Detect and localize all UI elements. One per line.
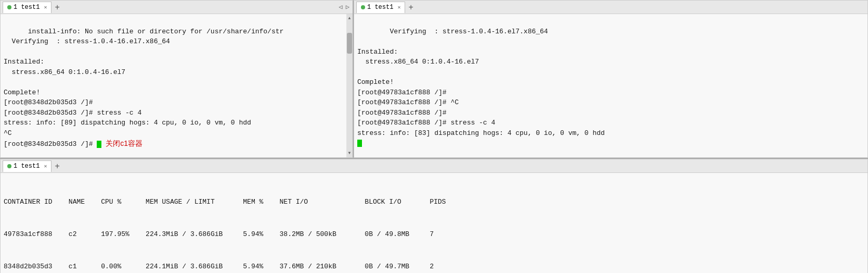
left-nav-next[interactable]: ▷ <box>345 3 351 11</box>
left-tab-bar: 1 test1 ✕ + ◁ ▷ <box>1 1 353 14</box>
row1-cpu: 197.95% <box>101 230 146 238</box>
row2-pids: 2 <box>430 263 434 270</box>
left-tab-label: 1 test1 <box>14 4 40 11</box>
right-tab-label: 1 test1 <box>367 4 393 11</box>
row1-net-io: 38.2MB / 500kB <box>280 230 365 238</box>
bottom-terminal-pane: 1 test1 ✕ + CONTAINER ID NAME CPU % MEM … <box>0 159 868 273</box>
right-lines: Verifying : stress-1.0.4-16.el7.x86_64 I… <box>357 28 605 137</box>
bottom-tab[interactable]: 1 test1 ✕ <box>3 160 51 172</box>
left-line-1: install-info: No such file or directory … <box>4 28 283 148</box>
right-tab-add[interactable]: + <box>406 3 415 12</box>
row2-name: c1 <box>69 263 101 270</box>
bottom-terminal-content[interactable]: CONTAINER ID NAME CPU % MEM USAGE / LIMI… <box>1 173 867 273</box>
left-annotation: 关闭c1容器 <box>106 139 142 147</box>
row1-container-id: 49783a1cf888 <box>4 230 69 238</box>
right-tab-dot <box>361 5 365 9</box>
row2-mem-pct: 5.94% <box>243 263 279 270</box>
row2-mem-usage: 224.1MiB / 3.686GiB <box>146 263 243 270</box>
right-tab-close[interactable]: ✕ <box>397 4 400 10</box>
row1-pids: 7 <box>430 230 434 238</box>
bottom-tab-close[interactable]: ✕ <box>44 163 47 169</box>
right-cursor <box>357 140 362 147</box>
col-pids: PIDS <box>430 198 446 206</box>
bottom-tab-bar: 1 test1 ✕ + <box>1 159 867 173</box>
col-cpu: CPU % <box>101 198 146 206</box>
left-tab-add[interactable]: + <box>53 3 61 12</box>
row2-cpu: 0.00% <box>101 263 146 270</box>
col-block-io: BLOCK I/O <box>365 198 430 206</box>
row1-mem-usage: 224.3MiB / 3.686GiB <box>146 230 243 238</box>
col-name: NAME <box>69 198 101 206</box>
col-container-id: CONTAINER ID <box>4 198 69 206</box>
table-row: 49783a1cf888 c2 197.95% 224.3MiB / 3.686… <box>4 229 864 240</box>
col-mem-usage: MEM USAGE / LIMIT <box>146 198 243 206</box>
table-header-row: CONTAINER ID NAME CPU % MEM USAGE / LIMI… <box>4 197 864 208</box>
row2-block-io: 0B / 49.7MB <box>365 263 430 270</box>
right-terminal-pane: 1 test1 ✕ + Verifying : stress-1.0.4-16.… <box>354 0 868 158</box>
row2-net-io: 37.6MB / 210kB <box>280 263 365 270</box>
row1-name: c2 <box>69 230 101 238</box>
row1-block-io: 0B / 49.8MB <box>365 230 430 238</box>
left-scrollbar[interactable]: ▲ ▼ <box>346 14 353 157</box>
left-nav-prev[interactable]: ◁ <box>338 3 344 11</box>
bottom-tab-dot <box>7 164 11 168</box>
left-terminal-content[interactable]: install-info: No such file or directory … <box>1 14 353 157</box>
scrollbar-thumb[interactable] <box>347 33 352 54</box>
left-cursor <box>97 141 101 148</box>
table-row: 8348d2b035d3 c1 0.00% 224.1MiB / 3.686Gi… <box>4 262 864 272</box>
left-tab[interactable]: 1 test1 ✕ <box>3 2 51 13</box>
col-net-io: NET I/O <box>280 198 365 206</box>
left-nav-arrows: ◁ ▷ <box>338 3 351 11</box>
left-tab-dot <box>7 5 11 9</box>
col-mem-pct: MEM % <box>243 198 279 206</box>
bottom-tab-add[interactable]: + <box>53 162 61 171</box>
left-terminal-pane: 1 test1 ✕ + ◁ ▷ install-info: No such fi… <box>0 0 354 158</box>
scrollbar-up[interactable]: ▲ <box>348 14 351 22</box>
right-tab[interactable]: 1 test1 ✕ <box>356 2 405 13</box>
row1-mem-pct: 5.94% <box>243 230 279 238</box>
left-tab-close[interactable]: ✕ <box>44 4 47 10</box>
bottom-tab-label: 1 test1 <box>14 163 40 170</box>
scrollbar-down[interactable]: ▼ <box>348 149 351 157</box>
row2-container-id: 8348d2b035d3 <box>4 263 69 270</box>
right-tab-bar: 1 test1 ✕ + <box>354 1 867 14</box>
right-terminal-content[interactable]: Verifying : stress-1.0.4-16.el7.x86_64 I… <box>354 14 867 157</box>
